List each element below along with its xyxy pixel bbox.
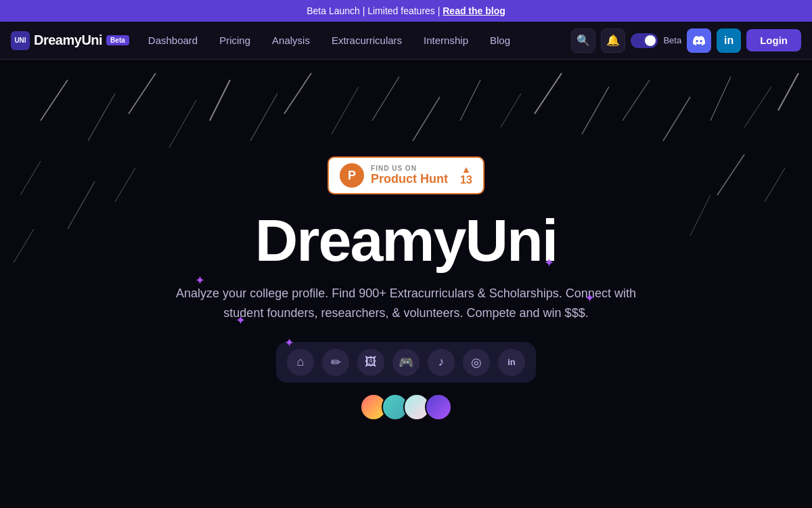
main-title: DreamyUni — [255, 211, 558, 270]
svg-line-4 — [210, 80, 230, 121]
stars-background — [0, 60, 812, 504]
banner-text: Beta Launch | Limited features | — [307, 5, 443, 16]
instagram-icon-btn[interactable]: ◎ — [463, 349, 490, 376]
svg-line-17 — [744, 87, 771, 127]
discord-button[interactable] — [687, 28, 711, 53]
nav-links: Dashboard Pricing Analysis Extracurricul… — [137, 22, 569, 60]
nav-extracurriculars[interactable]: Extracurriculars — [321, 22, 413, 60]
hero-section: ✦ ✦ ✦ ✦ ✦ P FIND US ON Product Hunt ▲ 13… — [0, 60, 812, 504]
svg-line-13 — [582, 87, 609, 134]
svg-line-3 — [169, 100, 196, 148]
product-hunt-badge[interactable]: P FIND US ON Product Hunt ▲ 13 — [328, 156, 484, 194]
nav-internship[interactable]: Internship — [413, 22, 479, 60]
svg-line-23 — [765, 168, 785, 202]
svg-line-5 — [250, 93, 277, 141]
svg-line-18 — [778, 73, 798, 110]
tiktok-icon-btn[interactable]: ♪ — [428, 349, 455, 376]
star-decoration-3: ✦ — [235, 313, 246, 328]
svg-line-1 — [88, 93, 115, 141]
game-icon-btn[interactable]: 🎮 — [392, 349, 420, 376]
ph-find-text: FIND US ON — [371, 165, 448, 172]
svg-line-9 — [413, 97, 440, 141]
ph-text-area: FIND US ON Product Hunt — [371, 165, 448, 186]
svg-line-14 — [623, 80, 650, 121]
mode-toggle[interactable] — [631, 33, 658, 48]
search-button[interactable]: 🔍 — [571, 28, 595, 53]
svg-line-11 — [501, 93, 521, 127]
notification-button[interactable]: 🔔 — [601, 28, 625, 53]
svg-line-15 — [663, 97, 690, 141]
image-icon-btn[interactable]: 🖼 — [357, 349, 384, 376]
nav-pricing[interactable]: Pricing — [208, 22, 261, 60]
avatar-row — [360, 394, 452, 421]
svg-line-8 — [372, 77, 399, 121]
ph-count: 13 — [460, 174, 472, 186]
nav-actions: 🔍 🔔 Beta in Login — [571, 28, 801, 53]
svg-line-10 — [460, 80, 480, 121]
nav-dashboard[interactable]: Dashboard — [137, 22, 208, 60]
svg-line-21 — [115, 168, 135, 202]
logo-icon: UNI — [11, 31, 30, 50]
svg-line-25 — [690, 195, 710, 236]
svg-line-20 — [68, 182, 95, 229]
svg-line-7 — [332, 87, 359, 134]
logo-text: DreamyUni — [34, 33, 102, 48]
svg-line-2 — [129, 73, 156, 114]
blog-link[interactable]: Read the blog — [443, 5, 505, 16]
navbar: UNI DreamyUni Beta Dashboard Pricing Ana… — [0, 22, 812, 60]
ph-icon: P — [340, 163, 364, 188]
toggle-label: Beta — [663, 35, 681, 45]
nav-blog[interactable]: Blog — [479, 22, 521, 60]
svg-line-6 — [284, 73, 311, 114]
nav-analysis[interactable]: Analysis — [261, 22, 321, 60]
logo-area: UNI DreamyUni Beta — [11, 31, 129, 50]
svg-line-19 — [20, 161, 41, 195]
toggle-area: Beta — [631, 33, 681, 48]
blog-icon-btn[interactable]: ✏ — [322, 349, 349, 376]
ph-triangle-icon: ▲ — [461, 165, 471, 174]
svg-line-12 — [535, 73, 562, 114]
social-bar: ⌂ ✏ 🖼 🎮 ♪ ◎ in — [276, 342, 536, 383]
home-icon-btn[interactable]: ⌂ — [287, 349, 314, 376]
ph-votes-area: ▲ 13 — [460, 165, 472, 186]
linkedin-social-icon-btn[interactable]: in — [498, 349, 525, 376]
svg-line-24 — [14, 229, 34, 263]
svg-line-22 — [717, 154, 744, 195]
svg-line-0 — [41, 80, 68, 121]
star-decoration-5: ✦ — [284, 335, 294, 350]
svg-line-16 — [710, 77, 731, 121]
star-decoration-4: ✦ — [544, 255, 554, 270]
linkedin-button[interactable]: in — [717, 28, 741, 53]
avatar-4 — [425, 394, 452, 421]
login-button[interactable]: Login — [746, 29, 801, 51]
star-decoration-1: ✦ — [195, 273, 205, 288]
star-decoration-2: ✦ — [585, 291, 595, 305]
ph-name-text: Product Hunt — [371, 172, 448, 186]
beta-badge: Beta — [106, 35, 129, 45]
top-banner: Beta Launch | Limited features | Read th… — [0, 0, 812, 22]
